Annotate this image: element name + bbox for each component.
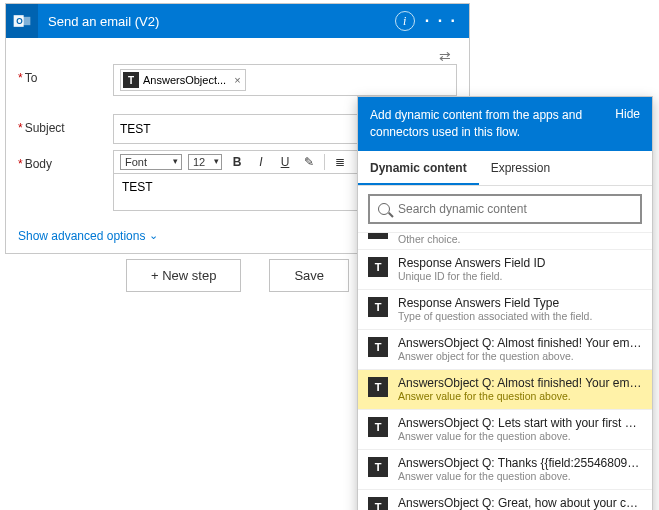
dc-item-text: Response Answers Field TypeType of quest… xyxy=(398,296,642,322)
italic-icon[interactable]: I xyxy=(252,155,270,169)
dc-item-partial[interactable]: Other choice. xyxy=(358,233,652,250)
to-input[interactable]: T AnswersObject... × xyxy=(113,64,457,96)
dc-search[interactable] xyxy=(368,194,642,224)
dc-list[interactable]: Other choice. TResponse Answers Field ID… xyxy=(358,233,652,510)
dc-item-sub: Other choice. xyxy=(398,233,460,245)
dc-item-sub: Unique ID for the field. xyxy=(398,270,642,282)
dc-item[interactable]: TAnswersObject Q: Great, how about your … xyxy=(358,490,652,510)
action-title: Send an email (V2) xyxy=(38,14,395,29)
dc-item-sub: Type of question associated with the fie… xyxy=(398,310,642,322)
typeform-icon: T xyxy=(368,257,388,277)
dc-item[interactable]: TAnswersObject Q: Almost finished! Your … xyxy=(358,370,652,410)
dc-item-text: AnswersObject Q: Great, how about your c… xyxy=(398,496,642,510)
token-remove-icon[interactable]: × xyxy=(234,74,240,86)
dc-item-title: Response Answers Field Type xyxy=(398,296,642,310)
dc-item[interactable]: TAnswersObject Q: Thanks {{field:2554680… xyxy=(358,450,652,490)
search-icon xyxy=(378,203,390,215)
dc-item-title: Response Answers Field ID xyxy=(398,256,642,270)
dc-item[interactable]: TResponse Answers Field TypeType of ques… xyxy=(358,290,652,330)
underline-icon[interactable]: U xyxy=(276,155,294,169)
typeform-icon: T xyxy=(368,297,388,317)
font-select[interactable]: Font xyxy=(120,154,182,170)
dc-item-text: AnswersObject Q: Almost finished! Your e… xyxy=(398,336,642,362)
info-icon[interactable]: i xyxy=(395,11,415,31)
dc-search-input[interactable] xyxy=(398,202,632,216)
dc-item-title: AnswersObject Q: Thanks {{field:25546809… xyxy=(398,456,642,470)
to-token[interactable]: T AnswersObject... × xyxy=(120,69,246,91)
header-actions: i · · · xyxy=(395,11,469,31)
typeform-icon: T xyxy=(368,417,388,437)
separator xyxy=(324,154,325,170)
to-label: *To xyxy=(18,64,113,85)
clear-format-icon[interactable]: ✎ xyxy=(300,155,318,169)
dc-item-text: Response Answers Field IDUnique ID for t… xyxy=(398,256,642,282)
dc-item-sub: Answer value for the question above. xyxy=(398,470,642,482)
bullets-icon[interactable]: ≣ xyxy=(331,155,349,169)
dc-header: Add dynamic content from the apps and co… xyxy=(358,97,652,151)
tab-dynamic-content[interactable]: Dynamic content xyxy=(358,151,479,185)
dc-item-title: AnswersObject Q: Great, how about your c… xyxy=(398,496,642,510)
advanced-link[interactable]: Show advanced options⌄ xyxy=(18,229,158,243)
action-header[interactable]: O Send an email (V2) i · · · xyxy=(6,4,469,38)
dc-item-sub: Answer value for the question above. xyxy=(398,390,642,402)
typeform-icon xyxy=(368,233,388,239)
typeform-icon: T xyxy=(123,72,139,88)
more-icon[interactable]: · · · xyxy=(425,12,457,30)
dc-item-title: AnswersObject Q: Almost finished! Your e… xyxy=(398,376,642,390)
dynamic-content-panel: Add dynamic content from the apps and co… xyxy=(357,96,653,510)
save-button[interactable]: Save xyxy=(269,259,349,292)
new-step-button[interactable]: + New step xyxy=(126,259,241,292)
dc-item-text: AnswersObject Q: Almost finished! Your e… xyxy=(398,376,642,402)
to-row: *To T AnswersObject... × xyxy=(18,64,457,96)
token-label: AnswersObject... xyxy=(143,74,226,86)
dc-item-title: AnswersObject Q: Almost finished! Your e… xyxy=(398,336,642,350)
typeform-icon: T xyxy=(368,337,388,357)
svg-text:O: O xyxy=(16,16,23,26)
subject-label: *Subject xyxy=(18,114,113,135)
tab-expression[interactable]: Expression xyxy=(479,151,562,185)
typeform-icon: T xyxy=(368,377,388,397)
typeform-icon: T xyxy=(368,497,388,510)
dc-item-title: AnswersObject Q: Lets start with your fi… xyxy=(398,416,642,430)
dc-hide-button[interactable]: Hide xyxy=(615,107,640,121)
dc-item-sub: Answer value for the question above. xyxy=(398,430,642,442)
dc-header-text: Add dynamic content from the apps and co… xyxy=(370,107,605,141)
size-select[interactable]: 12 xyxy=(188,154,222,170)
outlook-icon: O xyxy=(6,4,38,38)
dc-item[interactable]: TAnswersObject Q: Almost finished! Your … xyxy=(358,330,652,370)
dc-search-wrap xyxy=(358,186,652,233)
dc-item-text: AnswersObject Q: Thanks {{field:25546809… xyxy=(398,456,642,482)
chevron-down-icon: ⌄ xyxy=(149,229,158,242)
body-label: *Body xyxy=(18,150,113,171)
dc-item-text: AnswersObject Q: Lets start with your fi… xyxy=(398,416,642,442)
dc-tabs: Dynamic content Expression xyxy=(358,151,652,186)
bold-icon[interactable]: B xyxy=(228,155,246,169)
swap-icon[interactable]: ⇄ xyxy=(18,48,457,64)
dc-item[interactable]: TAnswersObject Q: Lets start with your f… xyxy=(358,410,652,450)
dc-item-sub: Answer object for the question above. xyxy=(398,350,642,362)
typeform-icon: T xyxy=(368,457,388,477)
dc-item[interactable]: TResponse Answers Field IDUnique ID for … xyxy=(358,250,652,290)
